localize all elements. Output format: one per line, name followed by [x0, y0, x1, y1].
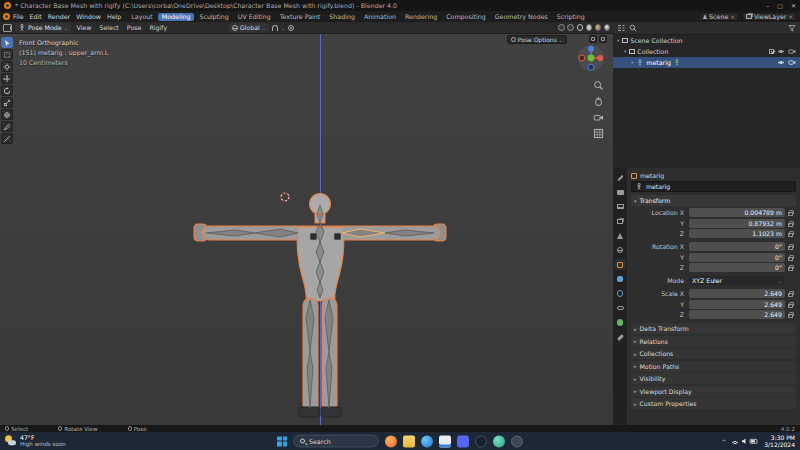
location-z-field[interactable]: 1.1023 m: [689, 229, 785, 238]
taskbar-search[interactable]: Search: [293, 435, 379, 448]
custom-properties-panel[interactable]: ▸ Custom Properties: [631, 398, 796, 409]
motion-paths-panel[interactable]: ▸ Motion Paths: [631, 361, 796, 372]
world-tab-icon[interactable]: [614, 245, 626, 256]
tab-uv-editing[interactable]: UV Editing: [234, 13, 275, 21]
transform-panel-header[interactable]: ▾ Transform: [631, 195, 796, 206]
tab-layout[interactable]: Layout: [127, 13, 156, 21]
lock-icon[interactable]: [788, 293, 793, 297]
scale-tool-button[interactable]: [1, 97, 13, 108]
bone-tab-icon[interactable]: [614, 332, 626, 343]
scene-tab-icon[interactable]: [614, 230, 626, 241]
tab-compositing[interactable]: Compositing: [442, 13, 489, 21]
tab-scripting[interactable]: Scripting: [553, 13, 589, 21]
physics-tab-icon[interactable]: [614, 288, 626, 299]
pan-hand-icon[interactable]: [593, 96, 604, 107]
taskbar-app-icon[interactable]: [511, 435, 523, 447]
viewlayer-unlink-icon[interactable]: ✕: [788, 14, 793, 20]
taskbar-app-icon[interactable]: [385, 435, 397, 447]
render-tab-icon[interactable]: [614, 187, 626, 198]
tab-modeling[interactable]: Modeling: [158, 13, 195, 21]
location-x-field[interactable]: 0.004789 m: [689, 208, 785, 217]
wireframe-shading-icon[interactable]: [577, 24, 584, 31]
menu-help[interactable]: Help: [104, 13, 124, 20]
camera-view-icon[interactable]: [593, 112, 604, 123]
menu-window[interactable]: Window: [73, 13, 104, 20]
maximize-button[interactable]: ▢: [777, 2, 783, 9]
expand-icon[interactable]: ▾: [617, 38, 619, 43]
visibility-panel[interactable]: ▸ Visibility: [631, 373, 796, 384]
rigify-menu[interactable]: Rigify: [147, 24, 170, 31]
lock-icon[interactable]: [788, 212, 793, 216]
minimize-button[interactable]: –: [766, 2, 769, 9]
search-icon[interactable]: [629, 24, 637, 32]
menu-edit[interactable]: Edit: [27, 13, 45, 20]
outliner-row-collection[interactable]: ▾ Collection: [613, 46, 800, 57]
expand-icon[interactable]: ▾: [624, 49, 626, 54]
expand-icon[interactable]: ▾: [631, 60, 633, 65]
delta-transform-panel[interactable]: ▸ Delta Transform: [631, 323, 796, 334]
editor-type-icon[interactable]: [3, 24, 12, 32]
select-box-tool-button[interactable]: [1, 49, 13, 60]
taskbar-app-icon[interactable]: [421, 435, 433, 447]
menu-render[interactable]: Render: [45, 13, 73, 20]
overlays-toggle-icon[interactable]: [567, 24, 574, 31]
viewlayer-selector[interactable]: ViewLayer ✕: [742, 12, 797, 21]
outliner-row-scene-collection[interactable]: ▾ Scene Collection: [613, 35, 800, 46]
filter-icon[interactable]: [788, 24, 796, 32]
tab-animation[interactable]: Animation: [360, 13, 400, 21]
collections-panel[interactable]: ▸ Collections: [631, 348, 796, 359]
tab-geometry-nodes[interactable]: Geometry Nodes: [491, 13, 552, 21]
taskbar-app-icon[interactable]: [439, 435, 451, 447]
annotate-tool-button[interactable]: [1, 121, 13, 132]
proportional-editing-icon[interactable]: [288, 25, 294, 31]
tool-tab-icon[interactable]: [614, 172, 626, 183]
rotation-y-field[interactable]: 0°: [689, 253, 785, 262]
outliner-row-metarig[interactable]: ▾ metarig: [613, 57, 800, 68]
material-shading-icon[interactable]: [595, 24, 602, 31]
tab-texture-paint[interactable]: Texture Paint: [276, 13, 325, 21]
breadcrumb-object-name[interactable]: metarig: [640, 172, 664, 179]
tray-status-icons[interactable]: [731, 437, 759, 446]
ortho-grid-icon[interactable]: [593, 128, 604, 139]
outliner-editor-icon[interactable]: [617, 24, 625, 32]
select-menu[interactable]: Select: [97, 24, 121, 31]
weather-widget[interactable]: 47°F High winds soon: [5, 434, 66, 448]
scene-selector[interactable]: Scene ✕: [699, 12, 739, 21]
viewlayer-tab-icon[interactable]: [614, 216, 626, 227]
view-menu[interactable]: View: [74, 24, 94, 31]
taskbar-app-icon[interactable]: [457, 435, 469, 447]
move-tool-button[interactable]: [1, 73, 13, 84]
snap-options-icon[interactable]: ⌄: [281, 25, 285, 31]
tab-shading[interactable]: Shading: [325, 13, 359, 21]
pose-options-dropdown[interactable]: Pose Options ⌄: [507, 35, 567, 44]
object-name-field[interactable]: metarig: [631, 181, 796, 192]
tab-sculpting[interactable]: Sculpting: [195, 13, 232, 21]
lock-icon[interactable]: [788, 314, 793, 318]
bone-widget-right[interactable]: [334, 233, 341, 240]
gizmo-toggle-icon[interactable]: [558, 24, 565, 31]
rotation-mode-dropdown[interactable]: XYZ Euler ⌄: [689, 276, 785, 285]
tray-expand-icon[interactable]: ^: [721, 438, 726, 445]
blender-menu-icon[interactable]: [3, 13, 10, 20]
xray-toggle-icon[interactable]: [589, 35, 597, 43]
camera-disable-icon[interactable]: [788, 59, 796, 66]
snap-magnet-icon[interactable]: [272, 25, 278, 31]
zoom-icon[interactable]: [593, 80, 604, 91]
eye-icon[interactable]: [777, 48, 785, 55]
navigation-gizmo[interactable]: [576, 43, 606, 73]
rotation-z-field[interactable]: 0°: [689, 263, 785, 272]
taskbar-app-icon[interactable]: [475, 435, 487, 447]
mode-dropdown[interactable]: Pose Mode ⌄: [15, 23, 71, 33]
scale-y-field[interactable]: 2.649: [689, 300, 785, 309]
lock-icon[interactable]: [788, 267, 793, 271]
rendered-shading-icon[interactable]: [604, 24, 611, 31]
taskbar-app-icon[interactable]: [493, 435, 505, 447]
modifiers-tab-icon[interactable]: [614, 274, 626, 285]
measure-tool-button[interactable]: [1, 133, 13, 144]
close-button[interactable]: ✕: [791, 2, 796, 9]
object-tab-icon[interactable]: [614, 259, 626, 270]
cursor-tool-button[interactable]: [1, 61, 13, 72]
constraints-tab-icon[interactable]: [614, 303, 626, 314]
eye-icon[interactable]: [777, 59, 785, 66]
lock-icon[interactable]: [788, 257, 793, 261]
